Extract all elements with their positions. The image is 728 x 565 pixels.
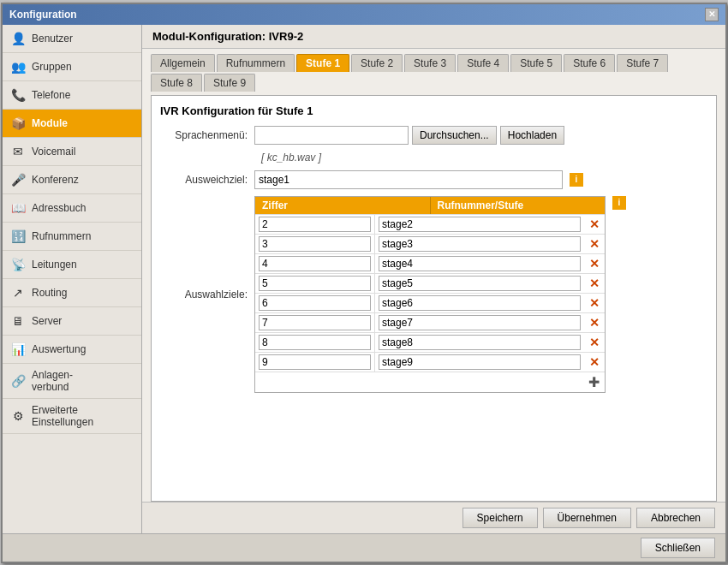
sidebar-label-2: Telefone (32, 89, 70, 101)
section-title: IVR Konfiguration für Stufe 1 (160, 104, 707, 117)
sidebar-label-0: Benutzer (32, 33, 73, 45)
tab-stufe-2[interactable]: Stufe 2 (351, 54, 403, 72)
sidebar-item-benutzer[interactable]: 👤Benutzer (3, 25, 141, 53)
tabs-row2: Stufe 8Stufe 9 (142, 72, 725, 95)
sidebar-item-module[interactable]: 📦Module (3, 110, 141, 138)
rufnummer-input-7[interactable] (379, 354, 581, 370)
ausweichziel-info-icon[interactable]: i (570, 173, 583, 187)
ziffer-input-4[interactable] (259, 295, 371, 311)
sidebar-item-auswertung[interactable]: 📊Auswertung (3, 336, 141, 364)
sidebar-label-11: Auswertung (32, 343, 86, 355)
sidebar-icon-3: 📦 (9, 115, 27, 132)
rufnummer-input-1[interactable] (379, 236, 581, 252)
delete-row-button-7[interactable]: ✕ (584, 355, 605, 369)
td-ziffer-6 (255, 333, 375, 352)
tab-stufe-9[interactable]: Stufe 9 (204, 74, 255, 92)
sidebar-label-13: Erweiterte Einstellungen (32, 404, 93, 428)
ausweichziel-input[interactable] (254, 170, 563, 189)
tab-stufe-4[interactable]: Stufe 4 (457, 54, 509, 72)
file-label-row: [ kc_hb.wav ] (160, 152, 707, 164)
sprachenmenu-input[interactable] (254, 126, 409, 145)
auswahlziele-header: Auswahlziele: Ziffer Rufnummer/Stufe ✕ (160, 196, 707, 393)
td-rufnummer-5 (375, 313, 584, 332)
sidebar-label-3: Module (32, 117, 68, 129)
delete-row-button-0[interactable]: ✕ (584, 217, 605, 231)
delete-row-button-2[interactable]: ✕ (584, 257, 605, 271)
tab-stufe-3[interactable]: Stufe 3 (404, 54, 456, 72)
delete-row-button-1[interactable]: ✕ (584, 237, 605, 251)
sidebar-icon-6: 📖 (9, 199, 27, 217)
auswahlziele-info-icon[interactable]: i (612, 196, 626, 210)
sidebar-item-routing[interactable]: ↗Routing (3, 279, 141, 307)
delete-row-button-6[interactable]: ✕ (584, 336, 605, 349)
close-button[interactable]: Schließen (641, 538, 715, 558)
ausweichziel-row: Ausweichziel: i (160, 170, 707, 189)
cancel-button[interactable]: Abbrechen (636, 508, 715, 528)
col-rufnummer: Rufnummer/Stufe (431, 197, 606, 214)
apply-button[interactable]: Übernehmen (543, 508, 631, 528)
delete-row-button-3[interactable]: ✕ (584, 277, 605, 290)
sidebar-label-5: Konferenz (32, 174, 79, 186)
table-body: ✕ ✕ ✕ ✕ ✕ (255, 214, 605, 372)
td-rufnummer-0 (375, 215, 584, 234)
tab-stufe-1[interactable]: Stufe 1 (296, 54, 349, 72)
tab-stufe-5[interactable]: Stufe 5 (510, 54, 562, 72)
sidebar-item-konferenz[interactable]: 🎤Konferenz (3, 166, 141, 194)
sidebar-item-server[interactable]: 🖥Server (3, 307, 141, 336)
rufnummer-input-2[interactable] (379, 256, 581, 271)
sidebar-label-4: Voicemail (32, 146, 75, 158)
td-rufnummer-3 (375, 274, 584, 293)
ziffer-input-2[interactable] (259, 256, 371, 271)
sidebar: 👤Benutzer👥Gruppen📞Telefone📦Module✉Voicem… (3, 25, 142, 533)
rufnummer-input-6[interactable] (379, 335, 581, 350)
tab-stufe-6[interactable]: Stufe 6 (564, 54, 615, 72)
sidebar-item-adressbuch[interactable]: 📖Adressbuch (3, 194, 141, 223)
td-ziffer-3 (255, 274, 375, 293)
sidebar-label-6: Adressbuch (32, 202, 86, 214)
delete-row-button-4[interactable]: ✕ (584, 296, 605, 310)
tabs-row1: AllgemeinRufnummernStufe 1Stufe 2Stufe 3… (142, 49, 725, 72)
sidebar-label-7: Rufnummern (32, 230, 91, 242)
tab-stufe-7[interactable]: Stufe 7 (617, 54, 668, 72)
close-icon[interactable]: ✕ (705, 8, 719, 21)
sidebar-icon-11: 📊 (9, 341, 27, 358)
ziffer-input-5[interactable] (259, 315, 371, 330)
sidebar-item-anlagen--verbund[interactable]: 🔗Anlagen- verbund (3, 364, 141, 399)
ziffer-input-6[interactable] (259, 335, 371, 350)
tab-allgemein[interactable]: Allgemein (151, 54, 215, 72)
td-rufnummer-2 (375, 254, 584, 273)
table-row: ✕ (255, 352, 605, 372)
upload-button[interactable]: Hochladen (500, 126, 564, 145)
sidebar-item-leitungen[interactable]: 📡Leitungen (3, 251, 141, 279)
module-header: Modul-Konfiguration: IVR9-2 (142, 25, 725, 49)
add-entry-button[interactable]: ✚ (587, 374, 601, 390)
rufnummer-input-0[interactable] (379, 217, 581, 232)
save-button[interactable]: Speichern (462, 508, 538, 528)
table-row: ✕ (255, 293, 605, 312)
sidebar-label-1: Gruppen (32, 61, 72, 73)
td-ziffer-7 (255, 353, 375, 372)
ziffer-input-3[interactable] (259, 276, 371, 291)
table-row: ✕ (255, 214, 605, 234)
main-window: Konfiguration ✕ 👤Benutzer👥Gruppen📞Telefo… (1, 3, 727, 563)
window-title: Konfiguration (9, 9, 77, 21)
ziffer-input-7[interactable] (259, 354, 371, 370)
ziffer-input-0[interactable] (259, 217, 371, 232)
tab-stufe-8[interactable]: Stufe 8 (151, 74, 202, 92)
rufnummer-input-5[interactable] (379, 315, 581, 330)
table-header: Ziffer Rufnummer/Stufe (255, 197, 605, 214)
delete-row-button-5[interactable]: ✕ (584, 316, 605, 330)
tab-rufnummern[interactable]: Rufnummern (217, 54, 295, 72)
auswahlziele-container: Auswahlziele: Ziffer Rufnummer/Stufe ✕ (160, 196, 707, 393)
close-row: Schließen (3, 533, 725, 562)
sidebar-item-gruppen[interactable]: 👥Gruppen (3, 53, 141, 81)
sidebar-icon-13: ⚙ (9, 407, 27, 425)
sidebar-item-telefone[interactable]: 📞Telefone (3, 81, 141, 110)
sidebar-item-erweiterte-einstellungen[interactable]: ⚙Erweiterte Einstellungen (3, 399, 141, 434)
sidebar-item-voicemail[interactable]: ✉Voicemail (3, 138, 141, 166)
ziffer-input-1[interactable] (259, 236, 371, 252)
sidebar-item-rufnummern[interactable]: 🔢Rufnummern (3, 223, 141, 251)
browse-button[interactable]: Durchsuchen... (412, 126, 497, 145)
rufnummer-input-3[interactable] (379, 276, 581, 291)
rufnummer-input-4[interactable] (379, 295, 581, 311)
